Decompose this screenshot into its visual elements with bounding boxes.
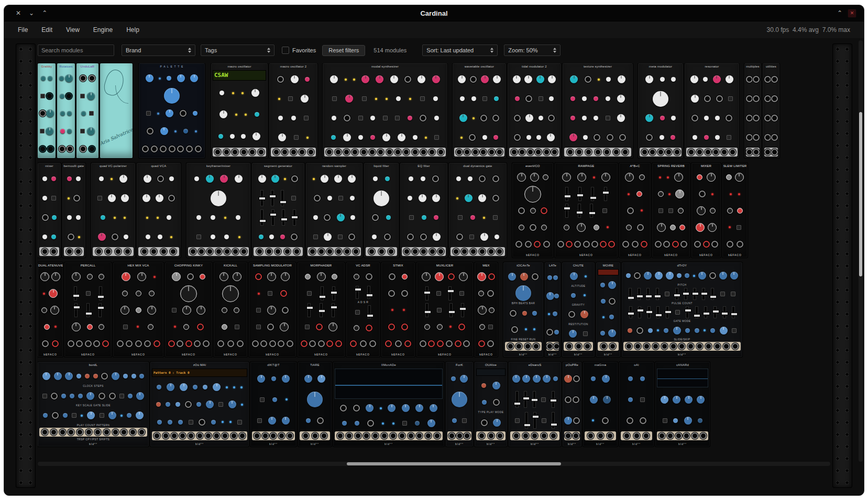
module-bernoulli-gate[interactable]: bernoulli gate	[62, 163, 85, 258]
module-segment-generator[interactable]: segment generator	[252, 163, 304, 258]
jack	[613, 149, 620, 155]
module-texture-synthesizer[interactable]: texture synthesizer	[563, 63, 633, 158]
module-spring-reverb[interactable]: SPRING REVERBbEFACO	[652, 163, 690, 258]
horizontal-scrollbar-thumb[interactable]	[347, 462, 561, 465]
brand-dropdown[interactable]: Brand	[122, 44, 195, 56]
module-zo-ma[interactable]: zOù MAïPattern 0 : Track 0bId°°	[150, 362, 249, 447]
module-dual-atenuverter[interactable]: DUAL ATENUVERTERbEFACO	[38, 262, 63, 357]
module-aria-salvatrice[interactable]: Aria Salvatrice	[100, 63, 133, 158]
jack	[456, 149, 463, 155]
module-title: dual dynamics gate	[449, 163, 507, 169]
module-edsaros[interactable]: eDsaroSbId°°	[509, 362, 561, 447]
vertical-scrollbar[interactable]	[859, 40, 863, 462]
module-kickall[interactable]: KICKALLbEFACO	[214, 262, 247, 357]
jack	[51, 393, 58, 399]
module-limonade[interactable]: lIMonADebId°°	[333, 362, 444, 447]
module-morphader[interactable]: MORPHADERbEFACO	[298, 262, 345, 357]
module-sampling-modulator[interactable]: SAMPLING MODULATORbEFACO	[249, 262, 296, 357]
module-dikt-t[interactable]: dIKT@TbId°°	[250, 362, 296, 447]
module-tocante[interactable]: tOCAnTeBPH BEATS BARFINE RESET RUNbId°°	[503, 262, 543, 357]
module-title: pOuPRe	[563, 362, 581, 368]
led	[241, 404, 243, 406]
module-resonator[interactable]: resonator	[685, 63, 739, 158]
menu-file[interactable]: File	[18, 26, 28, 34]
module-mixer[interactable]: mixer	[38, 163, 61, 258]
module-slew-limiter[interactable]: SLEW LIMITERbEFACO	[722, 163, 748, 258]
module-muxlicer[interactable]: MUXLICERbEFACO	[416, 262, 473, 357]
module-canard[interactable]: cANARdbId°°	[655, 362, 710, 447]
module-grabby[interactable]: Grabby	[38, 63, 56, 158]
module-macro-oscillator[interactable]: macro oscillatorCSAW	[211, 63, 268, 158]
module-wavetable-oscillator[interactable]: wavetable oscillator	[453, 63, 506, 158]
module-moire[interactable]: MOiREbId°°	[596, 262, 620, 357]
menu-engine[interactable]: Engine	[93, 26, 113, 34]
module-vc-adsr[interactable]: VC ADSRA D S RbEFACO	[346, 262, 380, 357]
module-evenvco[interactable]: evenVCObEFACO	[512, 163, 553, 258]
knob	[460, 96, 465, 101]
horizontal-scrollbar[interactable]	[38, 462, 830, 466]
panel-label: SLIDE/SKIP	[623, 338, 741, 341]
menu-edit[interactable]: Edit	[41, 26, 52, 34]
module-chute[interactable]: ChUTEALTITUDEGRAVITYRESTITUTIONbId°°	[562, 262, 595, 357]
module-chopping-kinky[interactable]: CHOPPING KINKYbEFACO	[165, 262, 212, 357]
module-p-a-l-e-t-t-e[interactable]: P A L E T T E	[139, 63, 205, 158]
module-magma[interactable]: maGmabId°°	[583, 362, 618, 447]
tags-dropdown[interactable]: Tags	[201, 44, 274, 56]
module-mex[interactable]: MEXbEFACO	[475, 262, 498, 357]
slider	[260, 190, 263, 206]
module-dual-dynamics-gate[interactable]: dual dynamics gate	[449, 163, 507, 258]
jack	[404, 76, 411, 83]
button	[80, 129, 85, 133]
module-poupre[interactable]: pOuPRebId°°	[563, 362, 581, 447]
module-ouaive[interactable]: OUAIveTYPE PLAY MODEbId°°	[475, 362, 507, 447]
jack	[326, 149, 333, 155]
knob	[515, 285, 531, 301]
module-bordl[interactable]: bordLCLOCK STEPSKEY SCALE GATE SLIDEPLAY…	[38, 362, 149, 447]
favorites-toggle[interactable]: Favorites	[282, 47, 316, 54]
jack	[607, 134, 613, 141]
vertical-scrollbar-thumb[interactable]	[859, 112, 862, 276]
module-quad-vc-polarizer[interactable]: quad VC-polarizer	[91, 163, 135, 258]
favorites-checkbox[interactable]	[282, 47, 289, 54]
knob	[554, 294, 559, 298]
session-badge-icon[interactable]: ✕	[848, 9, 856, 18]
reset-filters-button[interactable]: Reset filters	[322, 45, 365, 56]
module-modal-synthesizer[interactable]: modal synthesizer	[323, 63, 447, 158]
module-meta-modulator[interactable]: meta modulator	[638, 63, 683, 158]
jack	[496, 248, 503, 255]
module-a-b-c[interactable]: A*B+CbEFACO	[619, 163, 651, 258]
jack	[162, 432, 169, 439]
module-rotatoes[interactable]: Rotatoes	[57, 63, 75, 158]
zoom-dropdown[interactable]: Zoom: 50%	[504, 44, 561, 56]
sort-dropdown[interactable]: Sort: Last updated	[422, 44, 498, 56]
module-rampage[interactable]: RAMPAGEbEFACO	[555, 163, 618, 258]
module-late[interactable]: LATebId°°	[545, 262, 561, 357]
module-tidal-modulator-2[interactable]: tidal modulator 2	[508, 63, 561, 158]
module-multiples[interactable]: multiples	[744, 63, 761, 158]
module-undular[interactable]: UnduLaR	[76, 63, 98, 158]
module-random-sampler[interactable]: random sampler	[306, 163, 362, 258]
module-liquid-filter[interactable]: liquid filter	[364, 163, 399, 258]
module-mixer[interactable]: MIXERbEFACO	[691, 163, 721, 258]
module-utilities[interactable]: utilities	[763, 63, 779, 158]
knob	[278, 116, 283, 120]
module-hex-mix-vca[interactable]: HEX MIX VCAbEFACO	[113, 262, 163, 357]
module-stmix[interactable]: STMIXbEFACO	[381, 262, 415, 357]
module-oa[interactable]: oAïbId°°	[619, 362, 654, 447]
knob	[123, 374, 128, 378]
module-dtroy[interactable]: dTrOYPITCHPULSE COUNTGATE MODESLIDE/SKIP…	[622, 262, 742, 357]
module-quad-vca[interactable]: quad VCA	[137, 163, 181, 258]
search-input[interactable]	[38, 44, 114, 56]
module-percall[interactable]: PERCALLbEFACO	[64, 262, 112, 357]
menu-view[interactable]: View	[66, 26, 80, 34]
module-keyframer-mixer[interactable]: keyframer/mixer	[186, 163, 250, 258]
raise-window-icon[interactable]: ⌃	[837, 9, 842, 17]
jack	[195, 146, 202, 152]
led	[235, 114, 237, 116]
slider	[321, 286, 324, 300]
module-tiare[interactable]: TiAREbId°°	[298, 362, 332, 447]
module-eq-filter[interactable]: EQ filter	[400, 163, 447, 258]
menu-help[interactable]: Help	[126, 26, 139, 34]
module-macro-oscillator-2[interactable]: macro oscillator 2	[269, 63, 317, 158]
module-fork[interactable]: ForKbId°°	[446, 362, 473, 447]
